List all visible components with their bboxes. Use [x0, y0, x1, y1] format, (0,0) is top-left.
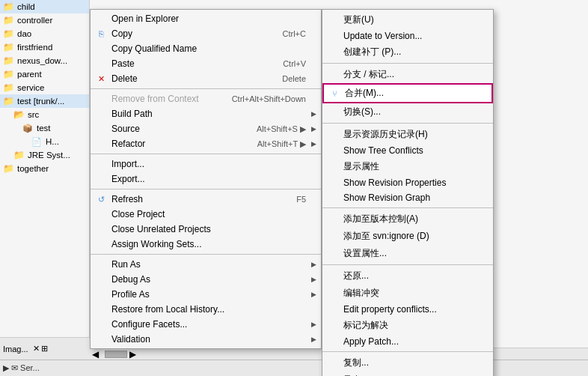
menu-label-restore-history: Restore from Local History... — [111, 304, 224, 315]
menu-item-assign-working[interactable]: Assign Working Sets... — [91, 237, 321, 252]
menu-item-copy[interactable]: ⎘CopyCtrl+C — [91, 26, 321, 41]
tree-item-testtrunk[interactable]: 📁test [trunk/... — [0, 94, 89, 108]
scroll-thumb[interactable] — [105, 351, 127, 358]
empty-icon — [95, 43, 107, 55]
empty-icon — [327, 30, 339, 42]
menu-item-refactor[interactable]: RefactorAlt+Shift+T ▶ — [91, 136, 321, 151]
menu-item-delete[interactable]: ✕DeleteDelete — [91, 71, 321, 86]
tree-item-nexusdow[interactable]: 📁nexus_dow... — [0, 54, 89, 67]
submenu-item-merge[interactable]: ⑂合并(M)... — [322, 83, 493, 103]
empty-icon — [327, 106, 339, 118]
submenu-item-add-to-svnignore[interactable]: 添加至 svn:ignore (D) — [322, 228, 493, 245]
menu-label-copy-qualified: Copy Qualified Name — [111, 43, 197, 54]
tree-item-controller[interactable]: 📁controller — [0, 13, 89, 27]
submenu-label-update-to-version: Update to Version... — [343, 31, 422, 41]
menu-label-copy: Copy — [111, 28, 132, 39]
submenu-item-update-to-version[interactable]: Update to Version... — [322, 28, 493, 43]
scroll-left-icon[interactable]: ◀ — [90, 349, 101, 360]
menu-label-refactor: Refactor — [111, 139, 145, 149]
submenu-item-set-properties[interactable]: 设置属性... — [322, 245, 493, 262]
submenu-item-edit-conflicts[interactable]: 编辑冲突 — [322, 285, 493, 302]
menu-item-export[interactable]: Export... — [91, 172, 321, 187]
submenu-item-show-properties[interactable]: 显示属性 — [322, 158, 493, 175]
copy-icon: ⎘ — [95, 28, 107, 40]
submenu-item-switch[interactable]: 切换(S)... — [322, 103, 493, 121]
menu-item-restore-history[interactable]: Restore from Local History... — [91, 302, 321, 317]
submenu-item-branch-tag[interactable]: 分支 / 标记... — [322, 66, 493, 83]
menu-item-open-explorer[interactable]: Open in Explorer — [91, 11, 321, 26]
scroll-right-icon[interactable]: ▶ — [127, 349, 138, 360]
menu-item-copy-qualified[interactable]: Copy Qualified Name — [91, 41, 321, 56]
submenu-item-copy-to[interactable]: 复制... — [322, 354, 493, 372]
submenu-item-apply-patch[interactable]: Apply Patch... — [322, 334, 493, 349]
imag-tab-icon1[interactable]: ✕ — [33, 344, 40, 354]
menu-item-profile-as[interactable]: Profile As — [91, 287, 321, 302]
submenu-item-edit-property-conflicts[interactable]: Edit property conflicts... — [322, 302, 493, 317]
submenu-item-mark-resolved[interactable]: 标记为解决 — [322, 317, 493, 334]
menu-label-assign-working: Assign Working Sets... — [111, 239, 202, 249]
shortcut-delete: Delete — [267, 74, 306, 83]
submenu-item-create-patch[interactable]: 创建补丁 (P)... — [322, 43, 493, 61]
submenu-item-export-out[interactable]: 导出... — [322, 372, 493, 376]
tree-item-service[interactable]: 📁service — [0, 81, 89, 94]
menu-label-import: Import... — [111, 159, 144, 169]
menu-item-build-path[interactable]: Build Path — [91, 106, 321, 121]
menu-item-import[interactable]: Import... — [91, 157, 321, 172]
submenu-label-switch: 切换(S)... — [343, 106, 381, 118]
context-menu-sub[interactable]: 更新(U)Update to Version...创建补丁 (P)...分支 /… — [322, 9, 494, 376]
tree-item-child[interactable]: 📁child — [0, 0, 89, 13]
menu-item-configure-facets[interactable]: Configure Facets... — [91, 317, 321, 332]
tree-item-jresyst[interactable]: 📁JRE Syst... — [0, 148, 89, 162]
context-menu-main[interactable]: Open in Explorer⎘CopyCtrl+CCopy Qualifie… — [90, 9, 322, 349]
menu-item-close-unrelated[interactable]: Close Unrelated Projects — [91, 222, 321, 237]
menu-label-open-explorer: Open in Explorer — [111, 13, 179, 24]
submenu-item-revert[interactable]: 还原... — [322, 267, 493, 285]
tree-icon: 📁 — [3, 69, 15, 79]
tree-label: child — [17, 2, 35, 11]
submenu-label-edit-property-conflicts: Edit property conflicts... — [343, 304, 437, 315]
submenu-item-show-revision-props[interactable]: Show Revision Properties — [322, 175, 493, 190]
submenu-label-show-properties: 显示属性 — [343, 160, 379, 173]
tree-icon: 📄 — [31, 137, 43, 147]
imag-tab[interactable]: Imag... ✕ ⊞ — [0, 337, 90, 360]
tree-item-dao[interactable]: 📁dao — [0, 27, 89, 40]
submenu-item-show-tree-conflicts[interactable]: Show Tree Conflicts — [322, 143, 493, 158]
empty-icon — [327, 270, 339, 282]
shortcut-paste: Ctrl+V — [268, 59, 306, 68]
separator — [91, 254, 321, 255]
tree-item-test[interactable]: 📦test — [0, 121, 89, 135]
separator — [322, 207, 493, 208]
menu-label-export: Export... — [111, 174, 145, 184]
empty-icon — [95, 223, 107, 235]
shortcut-refresh: F5 — [281, 195, 306, 204]
menu-item-paste[interactable]: PasteCtrl+V — [91, 56, 321, 71]
delete-icon: ✕ — [95, 73, 107, 85]
tree-icon: 📁 — [3, 28, 15, 39]
tree-item-firstfriend[interactable]: 📁firstfriend — [0, 40, 89, 54]
submenu-item-update[interactable]: 更新(U) — [322, 11, 493, 28]
menu-item-source[interactable]: SourceAlt+Shift+S ▶ — [91, 121, 321, 136]
menu-item-debug-as[interactable]: Debug As — [91, 272, 321, 287]
tree-label: JRE Syst... — [28, 151, 70, 160]
tree-item-together[interactable]: 📁together — [0, 162, 89, 175]
menu-item-close-project[interactable]: Close Project — [91, 207, 321, 222]
empty-icon — [327, 213, 339, 225]
empty-icon — [327, 248, 339, 260]
tree-label: H... — [46, 137, 59, 146]
empty-icon — [95, 173, 107, 185]
submenu-item-add-to-vc[interactable]: 添加至版本控制(A) — [322, 210, 493, 228]
imag-tab-icon2[interactable]: ⊞ — [41, 344, 48, 354]
menu-item-refresh[interactable]: ↺RefreshF5 — [91, 192, 321, 207]
empty-icon — [327, 357, 339, 369]
separator — [91, 154, 321, 154]
menu-item-validation[interactable]: Validation — [91, 332, 321, 347]
tree-item-parent[interactable]: 📁parent — [0, 67, 89, 81]
tree-icon: 📁 — [3, 15, 15, 25]
tree-item-src[interactable]: 📂src — [0, 108, 89, 121]
menu-item-run-as[interactable]: Run As — [91, 257, 321, 272]
tree-item-h[interactable]: 📄H... — [0, 135, 89, 148]
submenu-item-show-revision-graph[interactable]: Show Revision Graph — [322, 190, 493, 205]
submenu-label-create-patch: 创建补丁 (P)... — [343, 46, 401, 58]
submenu-item-show-history[interactable]: 显示资源历史记录(H) — [322, 126, 493, 143]
tree-label: service — [17, 83, 44, 92]
